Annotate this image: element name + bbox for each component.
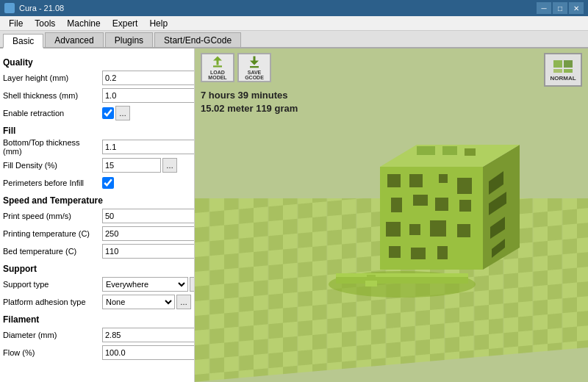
layer-height-input[interactable] [102, 71, 195, 85]
svg-rect-25 [435, 198, 448, 211]
app-icon [4, 3, 15, 13]
printing-temp-row: Printing temperature (C) [3, 226, 191, 242]
svg-rect-32 [411, 248, 426, 259]
bed-temp-input[interactable] [102, 244, 195, 259]
print-speed-input[interactable] [102, 209, 195, 223]
window-title: Cura - 21.08 [19, 4, 64, 12]
perimeters-before-infill-label: Perimeters before Infill [3, 179, 102, 187]
bottom-top-thickness-label: Bottom/Top thickness (mm) [3, 138, 102, 156]
load-model-button[interactable]: LOAD MODEL [201, 53, 234, 82]
save-gcode-label: SAVE GCODE [239, 70, 270, 80]
tab-plugins[interactable]: Plugins [105, 32, 153, 47]
diameter-row: Diameter (mm) [3, 327, 191, 343]
bottom-top-thickness-row: Bottom/Top thickness (mm) [3, 138, 191, 156]
platform-adhesion-select[interactable]: None Brim Raft [102, 295, 175, 309]
menu-file[interactable]: File [3, 16, 29, 30]
shell-thickness-label: Shell thickness (mm) [3, 91, 102, 100]
filament-section-title: Filament [3, 314, 191, 325]
view-mode-button[interactable]: NORMAL [544, 53, 582, 87]
tab-bar: Basic Advanced Plugins Start/End-GCode [0, 31, 588, 48]
menu-bar: File Tools Machine Expert Help [0, 16, 588, 31]
3d-model [321, 115, 556, 323]
diameter-input[interactable] [102, 328, 195, 342]
svg-rect-9 [553, 60, 562, 68]
svg-rect-22 [457, 178, 472, 194]
minimize-button[interactable]: ─ [537, 2, 551, 14]
shell-thickness-row: Shell thickness (mm) [3, 87, 191, 104]
svg-rect-31 [389, 246, 401, 258]
fill-density-row: Fill Density (%) … [3, 157, 191, 173]
svg-rect-10 [564, 60, 573, 68]
support-type-label: Support type [3, 280, 102, 289]
menu-help[interactable]: Help [143, 16, 173, 30]
maximize-button[interactable]: □ [553, 2, 567, 14]
print-info: 7 hours 39 minutes 15.02 meter 119 gram [201, 89, 298, 115]
model-svg [321, 115, 556, 321]
svg-rect-39 [442, 146, 457, 155]
support-type-select[interactable]: None Everywhere Touching buildplate [102, 277, 188, 292]
svg-rect-6 [213, 65, 222, 67]
close-button[interactable]: ✕ [569, 2, 584, 14]
svg-rect-28 [409, 224, 420, 235]
print-speed-label: Print speed (mm/s) [3, 212, 102, 220]
svg-rect-41 [365, 281, 377, 286]
svg-rect-21 [439, 174, 448, 183]
fill-density-input[interactable] [102, 158, 161, 173]
support-type-extra-btn[interactable]: … [190, 277, 195, 292]
svg-rect-42 [367, 275, 376, 281]
bed-temp-row: Bed temperature (C) [3, 243, 191, 259]
printing-temp-input[interactable] [102, 226, 195, 241]
flow-row: Flow (%) [3, 345, 191, 361]
svg-rect-24 [413, 195, 428, 206]
settings-panel: Quality Layer height (mm) Shell thicknes… [0, 48, 195, 382]
platform-adhesion-extra-btn[interactable]: … [176, 295, 191, 309]
load-model-icon [209, 55, 226, 68]
tab-basic[interactable]: Basic [3, 34, 43, 48]
bed-temp-label: Bed temperature (C) [3, 247, 102, 256]
svg-rect-33 [437, 246, 448, 259]
enable-retraction-checkbox[interactable] [102, 107, 114, 119]
bottom-top-thickness-input[interactable] [102, 140, 195, 154]
print-filament: 15.02 meter 119 gram [201, 102, 298, 115]
title-bar: Cura - 21.08 ─ □ ✕ [0, 0, 588, 16]
diameter-label: Diameter (mm) [3, 331, 102, 339]
view-mode-icon [552, 59, 574, 73]
svg-rect-19 [387, 174, 401, 187]
print-time: 7 hours 39 minutes [201, 89, 298, 102]
viewport-background: LOAD MODEL SAVE GCODE 7 hours 39 minutes… [195, 48, 588, 382]
svg-rect-38 [417, 146, 435, 155]
enable-retraction-row: Enable retraction … [3, 105, 191, 121]
support-section-title: Support [3, 264, 191, 274]
svg-rect-40 [465, 148, 476, 156]
layer-height-row: Layer height (mm) [3, 70, 191, 86]
menu-machine[interactable]: Machine [61, 16, 106, 30]
svg-rect-8 [250, 66, 259, 68]
fill-density-label: Fill Density (%) [3, 161, 102, 170]
printing-temp-label: Printing temperature (C) [3, 229, 102, 238]
svg-rect-11 [553, 69, 562, 73]
fill-density-extra-btn[interactable]: … [162, 158, 177, 173]
flow-input[interactable] [102, 345, 195, 360]
perimeters-before-infill-checkbox[interactable] [102, 177, 114, 189]
quality-section-title: Quality [3, 57, 191, 68]
enable-retraction-label: Enable retraction [3, 109, 102, 118]
viewport: LOAD MODEL SAVE GCODE 7 hours 39 minutes… [195, 48, 588, 382]
svg-rect-30 [457, 224, 470, 237]
svg-marker-5 [213, 57, 222, 65]
svg-rect-29 [430, 220, 446, 237]
shell-thickness-input[interactable] [102, 88, 195, 103]
menu-expert[interactable]: Expert [107, 16, 144, 30]
menu-tools[interactable]: Tools [29, 16, 61, 30]
support-type-row: Support type None Everywhere Touching bu… [3, 276, 191, 292]
tab-start-end-gcode[interactable]: Start/End-GCode [154, 32, 241, 47]
save-gcode-button[interactable]: SAVE GCODE [237, 53, 271, 82]
tab-advanced[interactable]: Advanced [45, 32, 103, 47]
perimeters-before-infill-row: Perimeters before Infill [3, 175, 191, 191]
svg-rect-27 [386, 222, 401, 237]
svg-rect-15 [336, 273, 468, 277]
viewport-toolbar: LOAD MODEL SAVE GCODE [201, 53, 271, 82]
fill-section-title: Fill [3, 126, 191, 136]
svg-rect-12 [564, 69, 573, 73]
load-model-label: LOAD MODEL [202, 70, 233, 80]
enable-retraction-extra-btn[interactable]: … [115, 106, 130, 120]
